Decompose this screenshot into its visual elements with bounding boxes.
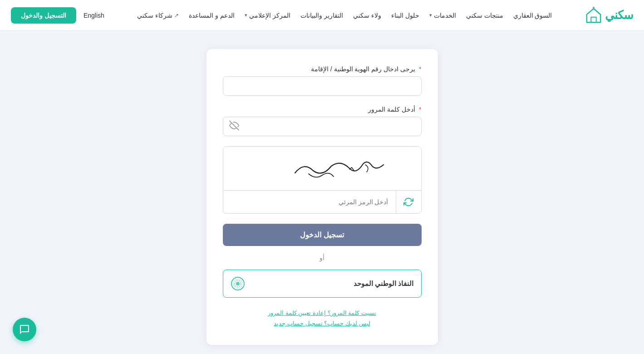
eye-icon[interactable] <box>229 120 239 133</box>
password-required-star: * <box>419 106 421 113</box>
login-button[interactable]: تسجيل الدخول <box>223 224 422 246</box>
national-access-icon <box>231 276 245 291</box>
logo-icon <box>585 7 602 24</box>
navbar: سكني السوق العقاري منتجات سكني الخدمات ح… <box>0 0 644 31</box>
captcha-refresh-button[interactable] <box>396 191 421 213</box>
register-button[interactable]: التسجيل والدخول <box>11 7 76 24</box>
id-label: * يرجى ادخال رقم الهوية الوطنية / الإقام… <box>223 65 422 73</box>
id-field-group: * يرجى ادخال رقم الهوية الوطنية / الإقام… <box>223 65 422 96</box>
nav-item-services[interactable]: الخدمات <box>429 12 456 19</box>
nav-item-reports[interactable]: التقارير والبيانات <box>300 12 343 19</box>
captcha-input[interactable] <box>223 193 396 211</box>
svg-rect-0 <box>593 7 595 9</box>
nav-item-support[interactable]: الدعم و المساعدة <box>189 12 235 19</box>
nav-links: السوق العقاري منتجات سكني الخدمات حلول ا… <box>104 12 585 19</box>
captcha-svg <box>231 155 414 182</box>
no-account-link[interactable]: ليس لديك حساب؟ تسجيل حساب جديد <box>223 320 422 327</box>
chat-icon <box>19 324 30 335</box>
login-form-card: * يرجى ادخال رقم الهوية الوطنية / الإقام… <box>206 49 438 345</box>
nav-item-media[interactable]: المركز الإعلامي <box>245 12 290 19</box>
logo-text: سكني <box>605 8 633 22</box>
password-wrapper <box>223 117 422 136</box>
nav-item-build[interactable]: حلول البناء <box>391 12 419 19</box>
captcha-section <box>223 146 422 214</box>
language-button[interactable]: English <box>84 12 104 19</box>
password-label: * أدخل كلمة المرور <box>223 106 422 113</box>
id-required-star: * <box>419 65 421 73</box>
or-divider: أو <box>223 254 422 261</box>
logo[interactable]: سكني <box>585 7 633 24</box>
nav-item-loyalty[interactable]: ولاء سكني <box>353 12 381 19</box>
svg-point-3 <box>236 282 240 285</box>
nav-item-products[interactable]: منتجات سكني <box>466 12 503 19</box>
page-body: * يرجى ادخال رقم الهوية الوطنية / الإقام… <box>0 31 644 354</box>
id-input[interactable] <box>223 76 422 96</box>
password-field-group: * أدخل كلمة المرور <box>223 106 422 136</box>
form-links: نسيت كلمة المرور؟ إعادة تعيين كلمة المرو… <box>223 310 422 327</box>
national-access-label: النفاذ الوطني الموحد <box>354 280 413 288</box>
password-input[interactable] <box>223 117 422 136</box>
captcha-input-row <box>223 191 421 213</box>
nav-item-partners[interactable]: شركاء سكني <box>137 12 179 19</box>
navbar-left: English التسجيل والدخول <box>11 7 104 24</box>
nav-item-real-estate[interactable]: السوق العقاري <box>513 12 552 19</box>
navbar-right: سكني <box>585 7 633 24</box>
national-access-button[interactable]: النفاذ الوطني الموحد <box>223 270 422 298</box>
chat-button[interactable] <box>13 318 36 341</box>
captcha-image <box>223 147 421 191</box>
forgot-password-link[interactable]: نسيت كلمة المرور؟ إعادة تعيين كلمة المرو… <box>223 310 422 316</box>
